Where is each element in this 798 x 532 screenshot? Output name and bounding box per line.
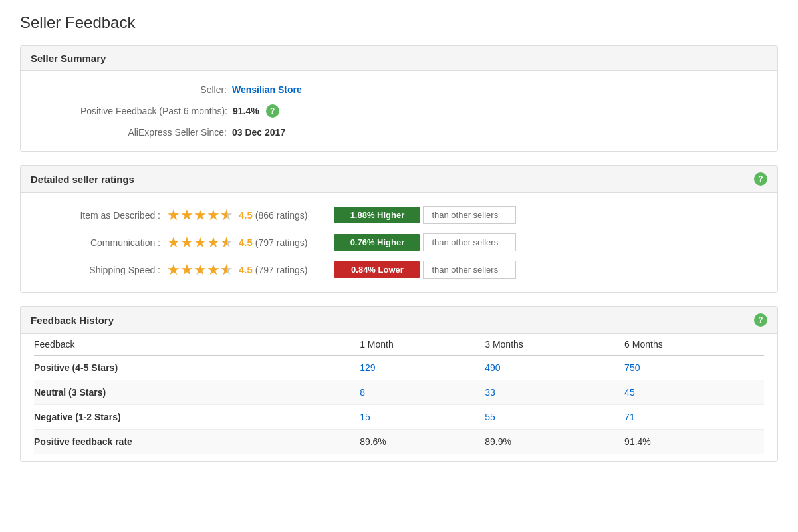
star-c2: ★ [180, 235, 194, 250]
feedback-history-help-icon[interactable]: ? [754, 313, 767, 327]
detailed-ratings-header-right: ? [747, 172, 767, 186]
detailed-ratings-help-icon[interactable]: ? [754, 172, 767, 186]
rate-6months: 91.4% [624, 430, 764, 454]
rating-count-communication: (797 ratings) [255, 237, 308, 248]
rating-score-item-described: 4.5 [239, 209, 253, 221]
star-c5-half: ★★ [220, 235, 233, 250]
seller-since-row: AliExpress Seller Since: 03 Dec 2017 [41, 127, 757, 138]
neutral-1month[interactable]: 8 [360, 380, 485, 405]
detailed-ratings-body: Item as Described : ★ ★ ★ ★ ★★ 4.5 (866 … [21, 193, 777, 292]
star-s2: ★ [180, 263, 194, 277]
detailed-ratings-header: Detailed seller ratings ? [21, 166, 777, 193]
star-1: ★ [167, 208, 180, 223]
neutral-6months[interactable]: 45 [624, 380, 764, 405]
seller-summary-body: Seller: Wensilian Store Positive Feedbac… [21, 71, 777, 151]
seller-summary-card: Seller Summary Seller: Wensilian Store P… [20, 45, 778, 152]
star-4: ★ [207, 208, 220, 223]
rating-score-shipping: 4.5 [239, 264, 253, 275]
seller-summary-title: Seller Summary [31, 53, 106, 64]
seller-name-row: Seller: Wensilian Store [41, 84, 757, 95]
col-3months: 3 Months [485, 334, 624, 356]
star-3: ★ [194, 208, 207, 223]
rating-row-communication: Communication : ★ ★ ★ ★ ★★ 4.5 (797 rati… [41, 233, 757, 251]
star-c4: ★ [207, 235, 220, 250]
star-2: ★ [180, 208, 194, 223]
rating-count-item-described: (866 ratings) [255, 210, 308, 221]
feedback-table-head: Feedback 1 Month 3 Months 6 Months [34, 334, 764, 356]
row-label-negative: Negative (1-2 Stars) [34, 405, 360, 430]
row-label-positive: Positive (4-5 Stars) [34, 356, 360, 380]
comparison-text-shipping: than other sellers [423, 261, 516, 279]
star-c5-half-fill: ★ [220, 235, 227, 250]
star-s4: ★ [207, 263, 220, 277]
badge-communication: 0.76% Higher [334, 234, 420, 251]
seller-since-label: AliExpress Seller Since: [80, 127, 227, 138]
rate-1month: 89.6% [360, 430, 485, 454]
positive-feedback-row: Positive Feedback (Past 6 months): 91.4%… [41, 104, 757, 118]
badge-shipping: 0.84% Lower [334, 261, 420, 278]
positive-6months[interactable]: 750 [624, 356, 764, 380]
neutral-3months[interactable]: 33 [485, 380, 624, 405]
star-c3: ★ [194, 235, 207, 250]
seller-name-link[interactable]: Wensilian Store [232, 84, 302, 95]
feedback-history-title: Feedback History [31, 315, 114, 326]
feedback-table-body: Positive (4-5 Stars) 129 490 750 Neutral… [34, 356, 764, 454]
feedback-history-header: Feedback History ? [21, 307, 777, 334]
table-row: Positive (4-5 Stars) 129 490 750 [34, 356, 764, 380]
feedback-history-body: Feedback 1 Month 3 Months 6 Months Posit… [21, 334, 777, 461]
star-5-half-fill: ★ [220, 208, 227, 223]
negative-6months[interactable]: 71 [624, 405, 764, 430]
table-row: Neutral (3 Stars) 8 33 45 [34, 380, 764, 405]
row-label-rate: Positive feedback rate [34, 430, 360, 454]
seller-name-label: Seller: [80, 84, 227, 95]
seller-since-value: 03 Dec 2017 [232, 127, 285, 138]
col-6months: 6 Months [624, 334, 764, 356]
feedback-table-header-row: Feedback 1 Month 3 Months 6 Months [34, 334, 764, 356]
rating-label-item-described: Item as Described : [54, 210, 160, 221]
table-row: Negative (1-2 Stars) 15 55 71 [34, 405, 764, 430]
rating-row-shipping: Shipping Speed : ★ ★ ★ ★ ★★ 4.5 (797 rat… [41, 261, 757, 279]
rating-score-communication: 4.5 [239, 237, 253, 248]
comparison-text-item-described: than other sellers [423, 206, 516, 224]
positive-feedback-help-icon[interactable]: ? [266, 104, 279, 118]
col-1month: 1 Month [360, 334, 485, 356]
stars-item-described: ★ ★ ★ ★ ★★ [167, 208, 233, 223]
feedback-history-table: Feedback 1 Month 3 Months 6 Months Posit… [34, 334, 764, 454]
star-c1: ★ [167, 235, 180, 250]
positive-feedback-value: 91.4% [233, 106, 259, 116]
negative-3months[interactable]: 55 [485, 405, 624, 430]
negative-1month[interactable]: 15 [360, 405, 485, 430]
detailed-ratings-card: Detailed seller ratings ? Item as Descri… [20, 165, 778, 293]
positive-3months[interactable]: 490 [485, 356, 624, 380]
seller-summary-header: Seller Summary [21, 46, 777, 71]
rate-3months: 89.9% [485, 430, 624, 454]
star-s5-half-fill: ★ [220, 263, 227, 277]
row-label-neutral: Neutral (3 Stars) [34, 380, 360, 405]
badge-item-described: 1.88% Higher [334, 207, 420, 223]
positive-1month[interactable]: 129 [360, 356, 485, 380]
rating-label-shipping: Shipping Speed : [54, 265, 160, 275]
comparison-text-communication: than other sellers [423, 233, 516, 251]
col-feedback: Feedback [34, 334, 360, 356]
stars-shipping: ★ ★ ★ ★ ★★ [167, 263, 233, 277]
rating-count-shipping: (797 ratings) [255, 265, 308, 275]
star-s1: ★ [167, 263, 180, 277]
stars-communication: ★ ★ ★ ★ ★★ [167, 235, 233, 250]
star-s3: ★ [194, 263, 207, 277]
page-title: Seller Feedback [20, 13, 778, 32]
detailed-ratings-title: Detailed seller ratings [31, 174, 134, 185]
feedback-history-card: Feedback History ? Feedback 1 Month 3 Mo… [20, 306, 778, 462]
star-5-half: ★★ [220, 208, 233, 223]
table-row: Positive feedback rate 89.6% 89.9% 91.4% [34, 430, 764, 454]
positive-feedback-label: Positive Feedback (Past 6 months): [80, 106, 227, 116]
rating-label-communication: Communication : [54, 237, 160, 248]
rating-row-item-described: Item as Described : ★ ★ ★ ★ ★★ 4.5 (866 … [41, 206, 757, 224]
star-s5-half: ★★ [220, 263, 233, 277]
